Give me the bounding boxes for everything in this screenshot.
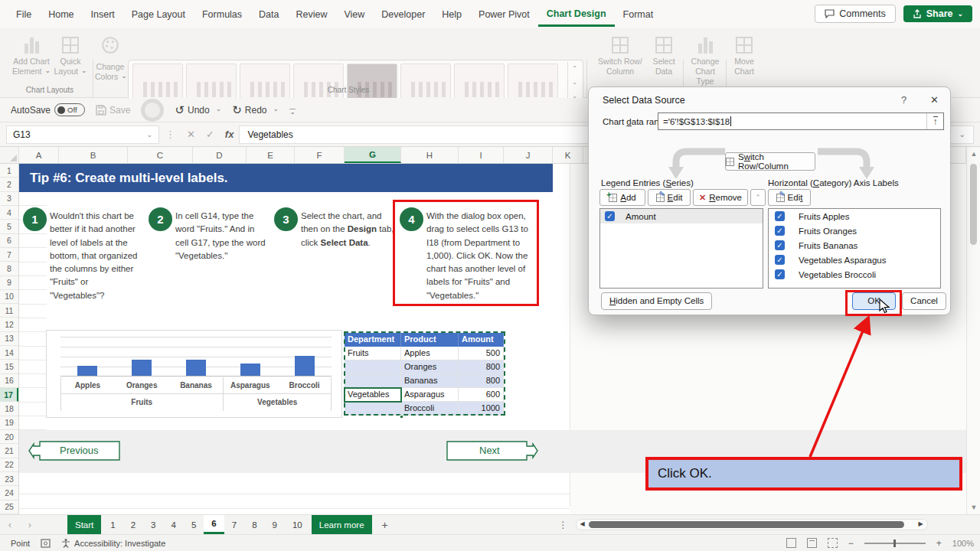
menu-tab-chart-design[interactable]: Chart Design: [538, 2, 615, 27]
row-header-23[interactable]: 23: [0, 472, 18, 486]
hscroll-left-icon[interactable]: ◀: [580, 520, 585, 527]
cancel-button[interactable]: Cancel: [902, 292, 946, 310]
row-header-20[interactable]: 20: [0, 430, 18, 444]
row-header-4[interactable]: 4: [0, 206, 18, 220]
cell-product-bananas[interactable]: Bananas: [401, 374, 459, 388]
dialog-close-icon[interactable]: ✕: [930, 94, 939, 106]
page-break-view-icon[interactable]: [828, 538, 838, 548]
sheet-nav-left-icon[interactable]: ‹: [0, 515, 20, 534]
fill-handle[interactable]: [400, 415, 403, 419]
row-header-19[interactable]: 19: [0, 416, 18, 430]
row-header-1[interactable]: 1: [0, 164, 18, 178]
column-header-c[interactable]: C: [128, 147, 193, 163]
sheet-tab-9[interactable]: 9: [265, 515, 285, 534]
cancel-entry-icon[interactable]: ✕: [187, 129, 195, 140]
select-data-source-dialog[interactable]: Select Data Source ? ✕ Chart data range:…: [588, 86, 951, 315]
row-header-2[interactable]: 2: [0, 178, 18, 191]
previous-button[interactable]: Previous: [28, 435, 124, 468]
remove-series-button[interactable]: ✕ Remove: [693, 189, 748, 206]
redo-button[interactable]: ↻ Redo: [232, 103, 279, 117]
cell-amount-800[interactable]: 800: [459, 374, 504, 388]
column-header-d[interactable]: D: [193, 147, 247, 163]
customize-qat-icon[interactable]: —⌄: [289, 106, 296, 114]
zoom-level[interactable]: 100%: [952, 539, 974, 548]
checkbox-checked-icon[interactable]: ✓: [775, 240, 785, 250]
sheet-nav-right-icon[interactable]: ›: [20, 515, 40, 534]
expand-formula-bar-icon[interactable]: ⌄: [959, 130, 965, 139]
row-header-15[interactable]: 15: [0, 360, 18, 373]
comments-button[interactable]: Comments: [815, 5, 895, 23]
column-header-k[interactable]: K: [553, 147, 583, 163]
table-row[interactable]: Fruits Apples 500: [345, 347, 504, 360]
cell-amount-500[interactable]: 500: [459, 347, 504, 360]
sheet-tab-2[interactable]: 2: [123, 515, 143, 534]
chart-style-thumbnail-6[interactable]: [400, 64, 451, 102]
sheet-tab-learn-more[interactable]: Learn more: [312, 515, 372, 534]
column-header-j[interactable]: J: [504, 147, 553, 163]
checkbox-checked-icon[interactable]: ✓: [605, 211, 615, 221]
row-header-3[interactable]: 3: [0, 192, 18, 206]
share-button[interactable]: Share ⌄: [903, 5, 972, 22]
row-header-24[interactable]: 24: [0, 486, 18, 500]
column-header-g[interactable]: G: [345, 147, 401, 163]
menu-tab-home[interactable]: Home: [40, 2, 82, 25]
next-button[interactable]: Next: [443, 435, 539, 468]
name-box-dropdown-icon[interactable]: ⌄: [146, 131, 152, 139]
sheet-tab-7[interactable]: 7: [224, 515, 244, 534]
chart-style-thumbnail-1[interactable]: [132, 64, 183, 102]
row-header-12[interactable]: 12: [0, 318, 18, 331]
row-header-21[interactable]: 21: [0, 444, 18, 458]
cell-dept-blank[interactable]: [345, 374, 401, 388]
row-header-5[interactable]: 5: [0, 220, 18, 233]
bar-bananas[interactable]: [186, 360, 206, 376]
save-button[interactable]: Save: [96, 105, 130, 116]
menu-tab-formulas[interactable]: Formulas: [194, 2, 250, 25]
row-header-10[interactable]: 10: [0, 290, 18, 304]
cell-product-apples[interactable]: Apples: [401, 347, 459, 360]
menu-tab-view[interactable]: View: [335, 2, 373, 25]
table-row[interactable]: Oranges 800: [345, 360, 504, 374]
cell-amount-600[interactable]: 600: [459, 388, 504, 402]
chart-style-thumbnail-8[interactable]: [508, 64, 558, 102]
column-header-b[interactable]: B: [59, 147, 128, 163]
menu-tab-review[interactable]: Review: [287, 2, 335, 25]
row-header-11[interactable]: 11: [0, 304, 18, 318]
sheet-tab-4[interactable]: 4: [164, 515, 184, 534]
scroll-up-icon[interactable]: ▲: [967, 150, 980, 158]
chart-style-thumbnail-7[interactable]: [454, 64, 505, 102]
select-all-corner[interactable]: [0, 147, 19, 163]
sheet-tab-8[interactable]: 8: [244, 515, 264, 534]
chart-style-thumbnail-4[interactable]: [293, 64, 344, 102]
sheet-tab-start[interactable]: Start: [67, 515, 101, 534]
zoom-out-icon[interactable]: −: [848, 538, 854, 549]
cell-product-asparagus[interactable]: Asparagus: [401, 388, 459, 402]
row-header-22[interactable]: 22: [0, 458, 18, 472]
bar-oranges[interactable]: [132, 360, 152, 376]
sheet-tab-5[interactable]: 5: [184, 515, 204, 534]
checkbox-checked-icon[interactable]: ✓: [775, 211, 785, 221]
sheet-tab-1[interactable]: 1: [103, 515, 122, 534]
sheet-tab-3[interactable]: 3: [143, 515, 163, 534]
data-table[interactable]: Department Product Amount Fruits Apples …: [345, 333, 504, 416]
cell-dept-fruits[interactable]: Fruits: [345, 347, 401, 360]
zoom-in-icon[interactable]: +: [936, 538, 942, 549]
gallery-scroll-down-icon[interactable]: ⌄: [568, 76, 581, 90]
table-row[interactable]: Broccoli 1000: [345, 402, 504, 416]
row-header-7[interactable]: 7: [0, 248, 18, 262]
checkbox-checked-icon[interactable]: ✓: [775, 255, 785, 265]
cell-dept-vegetables-selected[interactable]: Vegetables: [345, 388, 401, 402]
autosave-toggle[interactable]: AutoSave Off: [11, 103, 85, 116]
chart-style-thumbnail-5[interactable]: [347, 64, 397, 102]
bar-asparagus[interactable]: [240, 364, 260, 376]
legend-entries-list[interactable]: ✓ Amount: [599, 208, 763, 289]
row-header-17[interactable]: 17: [0, 388, 18, 402]
new-sheet-icon[interactable]: +: [374, 515, 397, 534]
bar-apples[interactable]: [77, 366, 97, 376]
axis-item[interactable]: ✓Fruits Bananas: [769, 238, 940, 253]
page-layout-view-icon[interactable]: [807, 538, 817, 548]
scroll-down-icon[interactable]: ▼: [967, 504, 980, 511]
cell-product-oranges[interactable]: Oranges: [401, 360, 459, 374]
zoom-slider[interactable]: [864, 543, 926, 544]
name-box[interactable]: G13 ⌄: [6, 126, 159, 144]
move-series-up-button[interactable]: ⌃: [750, 189, 766, 206]
